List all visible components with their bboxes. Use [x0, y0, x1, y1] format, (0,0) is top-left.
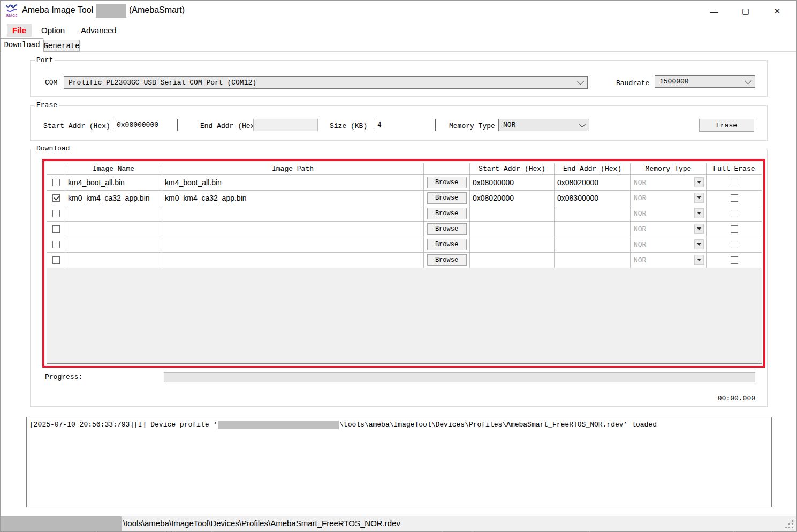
image-name-cell[interactable] [65, 222, 162, 237]
erase-memory-type-label: Memory Type [449, 122, 495, 130]
memory-type-value: NOR [634, 194, 646, 202]
tab-download[interactable]: Download [1, 38, 43, 52]
memory-type-value: NOR [634, 225, 646, 233]
image-name-cell[interactable] [65, 253, 162, 268]
log-line-prefix: [2025-07-10 20:56:33:793][I] Device prof… [29, 421, 217, 429]
tab-underline [1, 51, 796, 52]
image-name-cell[interactable]: km0_km4_ca32_app.bin [65, 191, 162, 206]
profile-path-text: \tools\ameba\ImageTool\Devices\Profiles\… [123, 519, 400, 528]
full-erase-checkbox[interactable] [731, 179, 738, 186]
erase-button[interactable]: Erase [699, 119, 754, 132]
table-row: km4_boot_all.binkm4_boot_all.binBrowse0x… [47, 175, 762, 191]
full-erase-checkbox[interactable] [731, 225, 738, 233]
image-path-cell[interactable] [162, 237, 424, 252]
row-select-checkbox[interactable] [52, 210, 60, 217]
dropdown-arrow-icon[interactable] [694, 177, 704, 187]
erase-start-addr-input[interactable]: 0x08000000 [113, 119, 178, 131]
end-addr-cell[interactable] [555, 237, 631, 252]
start-addr-cell[interactable] [470, 222, 555, 237]
start-addr-cell[interactable]: 0x08000000 [470, 175, 555, 190]
com-label: COM [45, 79, 57, 87]
window-title: Ameba Image Tool [22, 5, 93, 15]
tab-generate[interactable]: Generate [43, 40, 80, 52]
erase-size-label: Size (KB) [330, 122, 367, 130]
row-select-checkbox[interactable] [52, 225, 60, 233]
full-erase-cell [707, 191, 762, 206]
erase-memory-type-select[interactable]: NOR [498, 119, 589, 131]
tab-bar: Download Generate [1, 38, 796, 52]
browse-button[interactable]: Browse [427, 177, 467, 188]
erase-size-input[interactable]: 4 [374, 119, 436, 131]
row-select-checkbox[interactable] [52, 256, 60, 264]
end-addr-cell[interactable]: 0x08300000 [555, 191, 631, 206]
baudrate-value: 1500000 [659, 78, 689, 86]
dropdown-arrow-icon[interactable] [694, 239, 704, 249]
image-name-cell[interactable] [65, 206, 162, 221]
full-erase-cell [707, 206, 762, 221]
full-erase-checkbox[interactable] [731, 241, 738, 248]
end-addr-cell[interactable] [555, 206, 631, 221]
menu-file[interactable]: File [7, 24, 32, 37]
row-select-cell [47, 222, 65, 237]
start-addr-cell[interactable] [470, 253, 555, 268]
status-bar: \tools\ameba\ImageTool\Devices\Profiles\… [1, 516, 796, 531]
close-icon[interactable]: ✕ [765, 1, 790, 22]
com-port-select[interactable]: Prolific PL2303GC USB Serial COM Port (C… [64, 76, 588, 89]
end-addr-cell[interactable] [555, 222, 631, 237]
erase-legend: Erase [35, 101, 59, 109]
image-name-cell[interactable]: km4_boot_all.bin [65, 175, 162, 190]
row-select-checkbox[interactable] [52, 179, 60, 186]
browse-button[interactable]: Browse [427, 192, 467, 204]
minimize-icon[interactable]: — [702, 1, 726, 22]
download-table[interactable]: Image NameImage PathStart Addr (Hex)End … [47, 163, 762, 364]
dropdown-arrow-icon[interactable] [694, 208, 704, 218]
start-addr-cell[interactable] [470, 206, 555, 221]
full-erase-checkbox[interactable] [731, 194, 738, 202]
end-addr-cell[interactable]: 0x08020000 [555, 175, 631, 190]
column-header: End Addr (Hex) [555, 163, 631, 174]
dropdown-arrow-icon[interactable] [694, 193, 704, 203]
com-port-value: Prolific PL2303GC USB Serial COM Port (C… [69, 79, 256, 87]
full-erase-checkbox[interactable] [731, 210, 738, 217]
browse-button[interactable]: Browse [427, 223, 467, 235]
memory-type-value: NOR [634, 179, 646, 187]
start-addr-cell[interactable]: 0x08020000 [470, 191, 555, 206]
browse-button[interactable]: Browse [427, 239, 467, 250]
title-bar: IMAGE Ameba Image Tool (AmebaSmart) — ▢ … [1, 1, 796, 22]
image-path-cell[interactable] [162, 253, 424, 268]
column-header: Image Name [65, 163, 162, 174]
memory-type-cell: NOR [631, 222, 707, 237]
download-legend: Download [35, 145, 71, 153]
dropdown-arrow-icon[interactable] [694, 224, 704, 234]
browse-button[interactable]: Browse [427, 208, 467, 219]
full-erase-checkbox[interactable] [731, 256, 738, 264]
browse-cell: Browse [424, 237, 470, 252]
memory-type-value: NOR [634, 210, 646, 218]
image-path-cell[interactable] [162, 222, 424, 237]
image-path-cell[interactable] [162, 206, 424, 221]
memory-type-cell: NOR [631, 206, 707, 221]
end-addr-cell[interactable] [555, 253, 631, 268]
column-header: Image Path [162, 163, 424, 174]
image-name-cell[interactable] [65, 237, 162, 252]
window-title-suffix: (AmebaSmart) [129, 5, 185, 15]
menu-advanced[interactable]: Advanced [75, 24, 122, 37]
full-erase-cell [707, 253, 762, 268]
row-select-checkbox[interactable] [52, 194, 60, 202]
maximize-icon[interactable]: ▢ [733, 1, 758, 22]
browse-button[interactable]: Browse [427, 254, 467, 266]
progress-bar [164, 372, 755, 382]
column-header [424, 163, 470, 174]
log-output[interactable]: [2025-07-10 20:56:33:793][I] Device prof… [26, 417, 772, 507]
baudrate-label: Baudrate [616, 79, 649, 87]
image-path-cell[interactable]: km0_km4_ca32_app.bin [162, 191, 424, 206]
dropdown-arrow-icon[interactable] [694, 255, 704, 265]
resize-grip[interactable] [786, 521, 793, 528]
browse-cell: Browse [424, 253, 470, 268]
menu-option[interactable]: Option [36, 24, 70, 37]
download-table-header: Image NameImage PathStart Addr (Hex)End … [47, 163, 762, 175]
image-path-cell[interactable]: km4_boot_all.bin [162, 175, 424, 190]
row-select-checkbox[interactable] [52, 241, 60, 248]
baudrate-select[interactable]: 1500000 [655, 75, 755, 88]
start-addr-cell[interactable] [470, 237, 555, 252]
